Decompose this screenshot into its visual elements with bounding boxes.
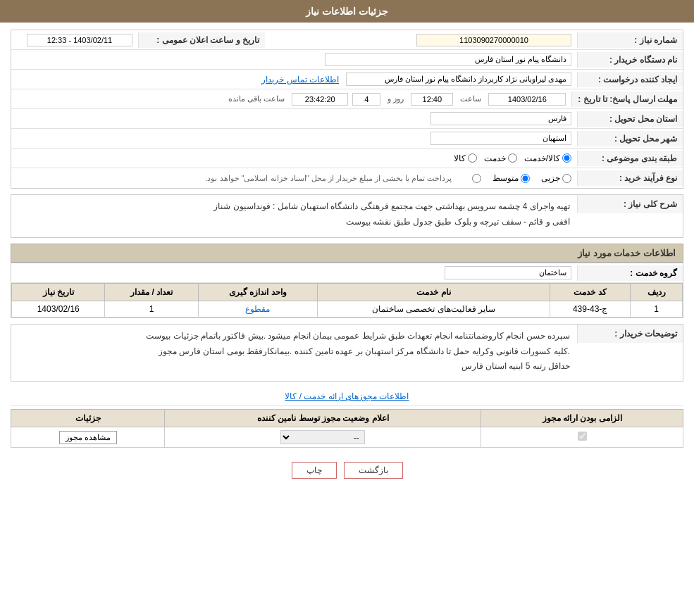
services-table: ردیف کد خدمت نام خدمت واحد اندازه گیری ت…: [11, 283, 683, 318]
permit-required-checkbox: [578, 432, 587, 441]
table-row: 1 ج-43-439 سایر فعالیت‌های تخصصی ساختمان…: [12, 301, 683, 318]
province-value: فارس: [11, 109, 577, 128]
contact-info-link[interactable]: اطلاعات تماس خریدار: [261, 75, 339, 84]
need-number-label: شماره نیاز :: [577, 32, 683, 48]
purchase-type-option-medium: متوسط: [492, 173, 530, 183]
col-row: ردیف: [631, 284, 683, 301]
purchase-type-note: پرداخت تمام یا بخشی از مبلغ خریدار از مح…: [205, 174, 452, 183]
deadline-remaining: 23:42:20: [292, 93, 348, 106]
services-group-label: گروه خدمت :: [577, 265, 683, 281]
buyer-org-row: نام دستگاه خریدار : دانشگاه پیام نور است…: [11, 50, 683, 70]
category-value: کالا/خدمت خدمت کالا: [11, 151, 577, 166]
col-code: کد خدمت: [550, 284, 631, 301]
deadline-days: 4: [352, 93, 380, 106]
bottom-buttons: بازگشت چاپ: [11, 453, 683, 487]
col-name: نام خدمت: [318, 284, 550, 301]
notes-line1: سپرده حسن انجام کاروضمانتنامه انجام تعهد…: [18, 329, 570, 344]
permits-table: الزامی بودن ارائه مجوز اعلام وضعیت مجوز …: [11, 409, 683, 448]
row-number: 1: [631, 301, 683, 318]
category-label: طبقه بندی موضوعی :: [577, 151, 683, 166]
announcement-text: 1403/02/11 - 12:33: [27, 34, 132, 46]
page-header: جزئیات اطلاعات نیاز: [0, 0, 694, 23]
purchase-type-label-small: جزیی: [541, 173, 560, 183]
services-section-title: اطلاعات خدمات مورد نیاز: [11, 244, 683, 263]
purchase-type-radio-large[interactable]: [472, 174, 481, 183]
days-label-text: روز و: [388, 94, 404, 103]
purchase-type-option-small: جزیی: [541, 173, 571, 183]
need-number-row: شماره نیاز : 1103090270000010 تاریخ و سا…: [11, 30, 683, 50]
col-unit: واحد اندازه گیری: [198, 284, 318, 301]
row-unit: مقطوع: [198, 301, 318, 318]
purchase-type-row: نوع فرآیند خرید : جزیی متوسط: [11, 168, 683, 188]
purchase-type-label-medium: متوسط: [492, 173, 519, 183]
notes-line3: حداقل رتبه 5 ابنیه استان فارس: [18, 359, 570, 375]
category-label-service: خدمت: [484, 153, 506, 163]
category-radio-service[interactable]: [508, 153, 517, 163]
permits-table-section: الزامی بودن ارائه مجوز اعلام وضعیت مجوز …: [11, 409, 683, 448]
description-value: تهیه واجرای 4 چشمه سرویس بهداشتی جهت مجت…: [11, 195, 577, 234]
deadline-time: 12:40: [411, 93, 453, 106]
description-label: شرح کلی نیاز :: [577, 195, 683, 213]
category-radio-goods[interactable]: [468, 153, 477, 163]
permit-status-select[interactable]: --: [280, 430, 365, 444]
purchase-type-option-large: [470, 174, 481, 183]
permit-status-cell: --: [165, 427, 481, 448]
need-number-text: 1103090270000010: [416, 34, 571, 46]
col-date: تاریخ نیاز: [12, 284, 105, 301]
services-section: گروه خدمت : ساختمان ردیف کد خدمت نام خدم…: [11, 263, 683, 318]
permits-link[interactable]: اطلاعات مجوزهای ارائه خدمت / کالا: [11, 387, 683, 406]
buyer-org-label: نام دستگاه خریدار :: [577, 52, 683, 68]
row-date: 1403/02/16: [12, 301, 105, 318]
notes-row: توضیحات خریدار : سپرده حسن انجام کاروضما…: [11, 325, 683, 381]
description-section: شرح کلی نیاز : تهیه واجرای 4 چشمه سرویس …: [11, 194, 683, 238]
purchase-type-label: نوع فرآیند خرید :: [577, 170, 683, 186]
need-number-value: 1103090270000010: [265, 31, 577, 49]
services-group-value: ساختمان: [11, 263, 577, 282]
city-text: استهبان: [430, 132, 571, 145]
description-text1: تهیه واجرای 4 چشمه سرویس بهداشتی جهت مجت…: [18, 199, 570, 215]
city-row: شهر محل تحویل : استهبان: [11, 129, 683, 149]
requester-row: ایجاد کننده درخواست : مهدی لیراوبانی نژا…: [11, 70, 683, 89]
requester-label: ایجاد کننده درخواست :: [577, 72, 683, 87]
row-code: ج-43-439: [550, 301, 631, 318]
purchase-type-value: جزیی متوسط پرداخت تمام یا بخشی از مبلغ خ…: [11, 170, 577, 186]
remaining-label-text: ساعت باقی مانده: [228, 94, 285, 103]
province-label: استان محل تحویل :: [577, 111, 683, 127]
category-option-goods-service: کالا/خدمت: [524, 153, 571, 163]
notes-section: توضیحات خریدار : سپرده حسن انجام کاروضما…: [11, 324, 683, 382]
table-row: -- مشاهده مجوز: [11, 427, 683, 448]
category-label-goods: کالا: [454, 153, 466, 163]
time-label-text: ساعت: [460, 94, 481, 103]
description-row: شرح کلی نیاز : تهیه واجرای 4 چشمه سرویس …: [11, 195, 683, 237]
notes-value: سپرده حسن انجام کاروضمانتنامه انجام تعهد…: [11, 325, 577, 379]
requester-value: مهدی لیراوبانی نژاد کاربرداز دانشگاه پیا…: [11, 70, 577, 89]
back-button[interactable]: بازگشت: [344, 462, 403, 479]
category-option-goods: کالا: [454, 153, 477, 163]
view-permit-button[interactable]: مشاهده مجوز: [59, 431, 117, 444]
deadline-row: مهلت ارسال پاسخ: تا تاریخ : 1403/02/16 س…: [11, 89, 683, 109]
permits-col-details: جزئیات: [11, 410, 165, 427]
deadline-value: 1403/02/16 ساعت 12:40 روز و 4 23:42:20 س…: [11, 90, 571, 108]
deadline-label: مهلت ارسال پاسخ: تا تاریخ :: [571, 92, 683, 107]
purchase-type-radio-small[interactable]: [562, 174, 571, 183]
permits-col-required: الزامی بودن ارائه مجوز: [481, 410, 683, 427]
notes-line2: .کلیه کسورات قانونی وکرایه حمل تا دانشگا…: [18, 344, 570, 360]
category-row: طبقه بندی موضوعی : کالا/خدمت خدمت: [11, 149, 683, 168]
announcement-label: تاریخ و ساعت اعلان عمومی :: [138, 32, 265, 48]
category-label-goods-service: کالا/خدمت: [524, 153, 560, 163]
category-radio-goods-service[interactable]: [562, 153, 571, 163]
col-qty: تعداد / مقدار: [105, 284, 198, 301]
permit-details-cell: مشاهده مجوز: [11, 427, 165, 448]
row-quantity: 1: [105, 301, 198, 318]
purchase-type-radio-medium[interactable]: [521, 174, 530, 183]
requester-text: مهدی لیراوبانی نژاد کاربرداز دانشگاه پیا…: [346, 73, 571, 86]
province-text: فارس: [430, 112, 571, 125]
category-option-service: خدمت: [484, 153, 517, 163]
city-value: استهبان: [11, 129, 577, 148]
print-button[interactable]: چاپ: [292, 462, 337, 479]
buyer-org-text: دانشگاه پیام نور استان فارس: [325, 53, 571, 66]
page-title: جزئیات اطلاعات نیاز: [306, 6, 388, 17]
permits-col-status: اعلام وضعیت مجوز توسط نامین کننده: [165, 410, 481, 427]
row-name: سایر فعالیت‌های تخصصی ساختمان: [318, 301, 550, 318]
services-group-text: ساختمان: [445, 266, 571, 279]
